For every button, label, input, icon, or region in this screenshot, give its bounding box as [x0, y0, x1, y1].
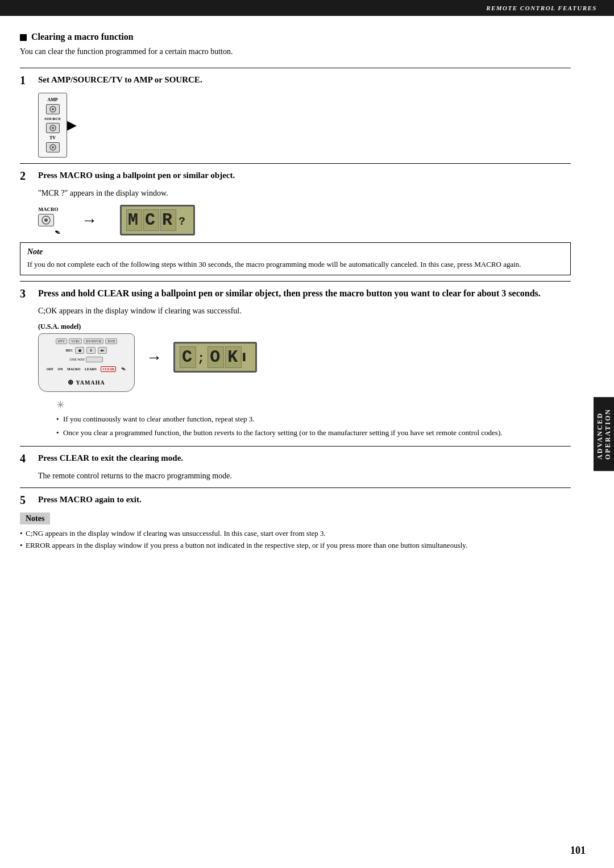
main-content: Clearing a macro function You can clear … [0, 16, 594, 574]
step-3-title: Press and hold CLEAR using a ballpoint p… [38, 287, 541, 300]
pen-icon: ✒ [52, 227, 63, 239]
page-number: 101 [570, 845, 586, 857]
notes-final-title: Notes [26, 514, 44, 523]
step-4: 4 Press CLEAR to exit the clearing mode.… [20, 446, 571, 482]
step-2-description: "MCR ?" appears in the display window. [38, 187, 571, 199]
step-4-body: The remote control returns to the macro … [20, 470, 571, 482]
svg-point-1 [52, 108, 54, 110]
header-title: REMOTE CONTROL FEATURES [486, 5, 597, 11]
step-3: 3 Press and hold CLEAR using a ballpoint… [20, 281, 571, 440]
step-1-title: Set AMP/SOURCE/TV to AMP or SOURCE. [38, 74, 202, 86]
step-5: 5 Press MACRO again to exit. [20, 487, 571, 507]
tip-item-1: If you continuously want to clear anothe… [56, 414, 571, 425]
header-bar: REMOTE CONTROL FEATURES [0, 0, 614, 16]
step-3-remote-wrapper: (U.S.A. model) DTV VCR1 DV/DVCR DVD REC [38, 323, 135, 392]
notes-final-header: Notes [20, 512, 50, 524]
step-3-description: C;OK appears in the display window if cl… [38, 305, 571, 317]
svg-point-7 [44, 218, 48, 222]
tip-section: ✳ If you continuously want to clear anot… [56, 399, 571, 440]
notes-final-section: Notes C;NG appears in the display window… [20, 512, 571, 552]
note-box: Note If you do not complete each of the … [20, 242, 571, 275]
step-5-title: Press MACRO again to exit. [38, 494, 142, 506]
step-5-header: 5 Press MACRO again to exit. [20, 494, 571, 507]
step-3-number: 3 [20, 287, 31, 300]
step-1-number: 1 [20, 74, 31, 87]
step3-arrow-icon: → [146, 348, 162, 366]
svg-point-3 [52, 127, 54, 129]
notes-final-item-1: C;NG appears in the display window if cl… [20, 528, 571, 540]
yamaha-logo: ⊛ YAMAHA [44, 378, 128, 387]
step-5-number: 5 [20, 494, 31, 507]
step-1: 1 Set AMP/SOURCE/TV to AMP or SOURCE. AM… [20, 68, 571, 158]
svg-point-5 [52, 146, 54, 148]
step-2-body: "MCR ?" appears in the display window. M… [20, 187, 571, 235]
section-bullet [20, 34, 27, 41]
lcd-display-cok: C;OK▌ [173, 342, 257, 373]
notes-final-item-2: ERROR appears in the display window if y… [20, 540, 571, 552]
step-2-number: 2 [20, 170, 31, 183]
step-1-diagram: AMP SOURCE TV ▶ [38, 93, 571, 158]
right-sidebar-tab: ADVANCED OPERATION [594, 397, 614, 471]
step-2-diagram: MACRO ✒ → MCR? [38, 205, 571, 235]
right-tab-text: ADVANCED OPERATION [596, 408, 612, 460]
lcd-display-mcr: MCR? [120, 205, 195, 235]
tip-item-2: Once you clear a programmed function, th… [56, 427, 571, 439]
step-2-header: 2 Press MACRO using a ballpoint pen or s… [20, 170, 571, 183]
step-4-number: 4 [20, 452, 31, 465]
step-3-body: C;OK appears in the display window if cl… [20, 305, 571, 440]
macro-button-icon: MACRO ✒ [38, 206, 59, 234]
section-heading: Clearing a macro function [20, 32, 571, 42]
model-label: (U.S.A. model) [38, 323, 135, 331]
intro-text: You can clear the function programmed fo… [20, 46, 571, 57]
step-4-header: 4 Press CLEAR to exit the clearing mode. [20, 452, 571, 465]
arrow-right-icon: → [81, 211, 97, 229]
step-2-title: Press MACRO using a ballpoint pen or sim… [38, 170, 235, 181]
step-4-description: The remote control returns to the macro … [38, 470, 571, 482]
step-2: 2 Press MACRO using a ballpoint pen or s… [20, 163, 571, 275]
step-3-diagram: (U.S.A. model) DTV VCR1 DV/DVCR DVD REC [38, 323, 571, 392]
notes-final-list: C;NG appears in the display window if cl… [20, 528, 571, 552]
tip-list: If you continuously want to clear anothe… [56, 414, 571, 440]
selection-arrow: ▶ [67, 119, 77, 131]
note-title: Note [27, 247, 563, 257]
step-1-header: 1 Set AMP/SOURCE/TV to AMP or SOURCE. [20, 74, 571, 87]
pen-on-clear-icon: ✒ [119, 364, 128, 374]
tip-icon: ✳ [56, 399, 571, 411]
step-3-header: 3 Press and hold CLEAR using a ballpoint… [20, 287, 571, 300]
step-4-title: Press CLEAR to exit the clearing mode. [38, 452, 183, 464]
switch-diagram: AMP SOURCE TV ▶ [38, 93, 67, 158]
section-title: Clearing a macro function [31, 32, 134, 42]
remote-control-diagram: DTV VCR1 DV/DVCR DVD REC ◼ ⏸ ⏭ [38, 333, 135, 392]
note-text: If you do not complete each of the follo… [27, 259, 563, 270]
